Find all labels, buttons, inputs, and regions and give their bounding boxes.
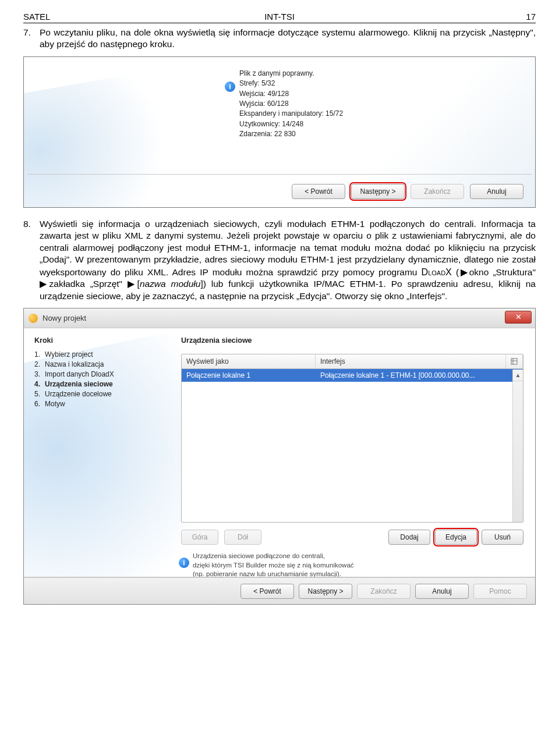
header-left: SATEL — [23, 12, 50, 22]
window-titlebar: Nowy projekt ✕ — [24, 308, 535, 328]
info-line: Ekspandery i manipulatory: 15/72 — [239, 109, 343, 119]
help-button[interactable]: Pomoc — [473, 584, 527, 599]
screenshot-new-project-wizard: Nowy projekt ✕ Kroki 1.Wybierz project 2… — [23, 308, 536, 605]
wizard-step-current[interactable]: 4.Urządzenia sieciowe — [34, 380, 114, 388]
info-icon: i — [179, 558, 189, 568]
column-display-as[interactable]: Wyświetl jako — [182, 354, 316, 368]
gear-icon — [29, 314, 38, 323]
hint-text: Urządzenia sieciowe podłączone do centra… — [193, 552, 512, 577]
wizard-step[interactable]: 1.Wybierz project — [34, 350, 114, 359]
list-text: Po wczytaniu pliku, na dole okna wyświet… — [40, 27, 536, 51]
hint-line: Urządzenia sieciowe podłączone do centra… — [193, 552, 512, 561]
wizard-step[interactable]: 6.Motyw — [34, 400, 114, 408]
file-info-block: Plik z danymi poprawny. Strefy: 5/32 Wej… — [239, 69, 343, 140]
scrollbar[interactable]: ▲ — [512, 370, 523, 522]
grid-options-icon[interactable] — [506, 354, 523, 368]
steps-title: Kroki — [34, 336, 114, 345]
list-item-8: 8. Wyświetli się informacja o urządzenia… — [23, 218, 536, 302]
wizard-step[interactable]: 2.Nazwa i lokalizacja — [34, 360, 114, 368]
finish-button[interactable]: Zakończ — [357, 584, 411, 599]
wizard-footer: < Powrót Następny > Zakończ Anuluj Pomoc — [24, 577, 535, 604]
back-button[interactable]: < Powrót — [292, 184, 345, 199]
list-number: 7. — [23, 27, 40, 51]
info-line: Wejścia: 49/128 — [239, 89, 343, 99]
wizard-step[interactable]: 5.Urządzenie docelowe — [34, 390, 114, 398]
cancel-button[interactable]: Anuluj — [470, 184, 523, 199]
info-line: Wyjścia: 60/128 — [239, 99, 343, 109]
hint-line: dzięki którym TSI Builder może się z nią… — [193, 561, 512, 570]
window-title: Nowy projekt — [43, 314, 86, 322]
info-line: Użytkownicy: 14/248 — [239, 119, 343, 129]
decorative-swoosh — [23, 65, 220, 208]
info-line: Strefy: 5/32 — [239, 79, 343, 88]
hint-line: (np. pobieranie nazw lub uruchamianie sy… — [193, 570, 512, 577]
info-line: Zdarzenia: 22 830 — [239, 129, 343, 139]
cell-display: Połączenie lokalne 1 — [182, 369, 316, 382]
list-text: Wyświetli się informacja o urządzeniach … — [40, 218, 536, 302]
column-interface[interactable]: Interfejs — [316, 354, 506, 368]
network-devices-grid: Wyświetl jako Interfejs Połączenie lokal… — [181, 354, 523, 523]
panel-title: Urządzenia sieciowe — [181, 336, 252, 345]
finish-button[interactable]: Zakończ — [411, 184, 464, 199]
info-icon: i — [225, 81, 235, 92]
add-button[interactable]: Dodaj — [388, 530, 430, 545]
list-number: 8. — [23, 218, 40, 302]
edit-button[interactable]: Edycja — [435, 530, 477, 545]
next-button[interactable]: Następny > — [299, 584, 352, 599]
dloadx-name: DloadX — [422, 267, 452, 277]
cell-interface: Połączenie lokalne 1 - ETHM-1 [000.000.0… — [316, 369, 523, 382]
italic-placeholder: nazwa modułu — [140, 279, 201, 289]
info-line: Plik z danymi poprawny. — [239, 69, 343, 79]
svg-rect-0 — [511, 359, 517, 364]
delete-button[interactable]: Usuń — [482, 530, 523, 545]
next-button[interactable]: Następny > — [351, 184, 405, 199]
wizard-button-row: < Powrót Następny > Zakończ Anuluj — [292, 184, 523, 199]
back-button[interactable]: < Powrót — [240, 584, 294, 599]
separator — [27, 174, 532, 175]
grid-header: Wyświetl jako Interfejs — [182, 354, 523, 369]
scroll-up-icon[interactable]: ▲ — [513, 370, 523, 381]
wizard-step[interactable]: 3.Import danych DloadX — [34, 370, 114, 378]
header-center: INT-TSI — [23, 12, 536, 22]
down-button[interactable]: Dół — [224, 530, 261, 545]
up-button[interactable]: Góra — [181, 530, 218, 545]
close-button[interactable]: ✕ — [505, 311, 532, 324]
page-number: 17 — [526, 12, 536, 22]
list-item-7: 7. Po wczytaniu pliku, na dole okna wyśw… — [23, 27, 536, 51]
table-row[interactable]: Połączenie lokalne 1 Połączenie lokalne … — [182, 369, 523, 382]
document-header: SATEL INT-TSI 17 — [23, 12, 536, 23]
cancel-button[interactable]: Anuluj — [415, 584, 469, 599]
wizard-steps: Kroki 1.Wybierz project 2.Nazwa i lokali… — [34, 336, 114, 410]
screenshot-data-summary: i Plik z danymi poprawny. Strefy: 5/32 W… — [23, 56, 536, 208]
